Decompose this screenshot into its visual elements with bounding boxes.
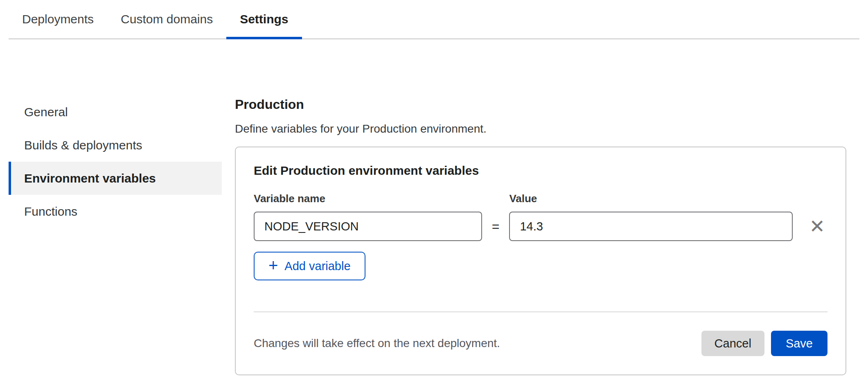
settings-sidebar: General Builds & deployments Environment…: [9, 95, 222, 228]
card-title: Edit Production environment variables: [254, 164, 827, 178]
cancel-button[interactable]: Cancel: [701, 331, 764, 356]
variable-row: Variable name = Value ✕: [254, 192, 827, 241]
variable-name-field-group: Variable name: [254, 192, 482, 241]
page-title: Production: [235, 97, 846, 112]
environment-variables-card: Edit Production environment variables Va…: [235, 147, 846, 375]
tab-custom-domains[interactable]: Custom domains: [107, 0, 226, 38]
plus-icon: +: [268, 257, 278, 273]
footer-actions: Cancel Save: [701, 331, 827, 356]
variable-name-label: Variable name: [254, 192, 482, 205]
equals-sign: =: [492, 212, 500, 241]
project-tab-bar: Deployments Custom domains Settings: [9, 0, 859, 39]
value-input[interactable]: [509, 212, 793, 241]
content-area: General Builds & deployments Environment…: [0, 39, 868, 375]
value-label: Value: [509, 192, 793, 205]
page-description: Define variables for your Production env…: [235, 122, 846, 135]
settings-page: Deployments Custom domains Settings Gene…: [0, 0, 868, 388]
main-panel: Production Define variables for your Pro…: [235, 95, 846, 375]
sidebar-item-functions[interactable]: Functions: [9, 195, 222, 228]
remove-variable-icon[interactable]: ✕: [807, 212, 827, 241]
tab-settings[interactable]: Settings: [226, 0, 302, 38]
tab-deployments[interactable]: Deployments: [9, 0, 107, 38]
footer-note: Changes will take effect on the next dep…: [254, 337, 500, 350]
sidebar-item-environment-variables[interactable]: Environment variables: [9, 162, 222, 195]
add-variable-label: Add variable: [284, 259, 350, 273]
variable-name-input[interactable]: [254, 212, 482, 241]
add-variable-button[interactable]: + Add variable: [254, 252, 365, 280]
sidebar-item-general[interactable]: General: [9, 95, 222, 129]
value-field-group: Value: [509, 192, 793, 241]
card-footer: Changes will take effect on the next dep…: [254, 312, 827, 374]
sidebar-item-builds-deployments[interactable]: Builds & deployments: [9, 129, 222, 162]
save-button[interactable]: Save: [771, 331, 827, 356]
